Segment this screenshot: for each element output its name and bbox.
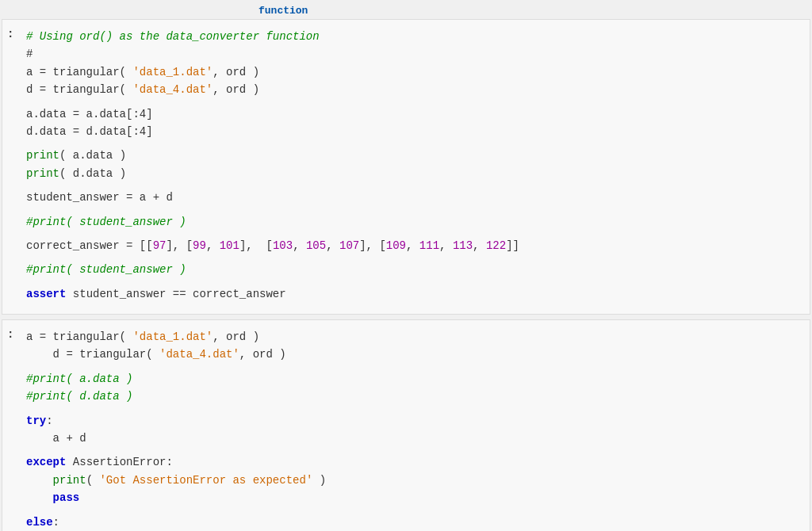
- code-block-2: :a = triangular( 'data_1.dat', ord ) d =…: [2, 319, 810, 531]
- blank-line: [26, 406, 797, 412]
- blank-line: [26, 364, 797, 370]
- code-line: a = triangular( 'data_1.dat', ord ): [26, 63, 797, 81]
- code-line: print( d.data ): [26, 165, 797, 182]
- code-line: a + d: [26, 430, 797, 447]
- code-line: pass: [26, 489, 797, 506]
- code-line: #print( student_answer ): [26, 261, 797, 278]
- blank-line: [26, 279, 797, 285]
- code-block-1: :# Using ord() as the data_converter fun…: [2, 19, 810, 315]
- code-line: except AssertionError:: [26, 453, 797, 471]
- block-prefix: :: [7, 328, 13, 341]
- code-line: d = triangular( 'data_4.dat', ord ): [26, 81, 797, 98]
- code-line: student_answer = a + d: [26, 189, 797, 206]
- code-line: d = triangular( 'data_4.dat', ord ): [26, 346, 797, 363]
- blank-line: [26, 507, 797, 514]
- code-line: assert student_answer == correct_answer: [26, 285, 797, 303]
- code-line: #print( student_answer ): [26, 213, 797, 231]
- code-line: # Using ord() as the data_converter func…: [26, 28, 797, 45]
- blank-line: [26, 182, 797, 189]
- blank-line: [26, 207, 797, 213]
- code-line: else:: [26, 514, 797, 531]
- top-function-label: function: [259, 5, 308, 17]
- code-line: print( 'Got AssertionError as expected' …: [26, 472, 797, 489]
- blank-line: [26, 447, 797, 453]
- blank-line: [26, 231, 797, 237]
- code-line: #print( d.data ): [26, 388, 797, 405]
- block-prefix: :: [7, 28, 13, 40]
- blank-line: [26, 140, 797, 147]
- code-line: #print( a.data ): [26, 370, 797, 388]
- code-line: a.data = a.data[:4]: [26, 105, 797, 123]
- code-line: print( a.data ): [26, 147, 797, 164]
- code-line: try:: [26, 412, 797, 430]
- code-line: d.data = d.data[:4]: [26, 123, 797, 140]
- blank-line: [26, 99, 797, 105]
- code-line: correct_answer = [[97], [99, 101], [103,…: [26, 237, 797, 254]
- blank-line: [26, 254, 797, 261]
- code-line: #: [26, 45, 797, 63]
- code-line: a = triangular( 'data_1.dat', ord ): [26, 328, 797, 346]
